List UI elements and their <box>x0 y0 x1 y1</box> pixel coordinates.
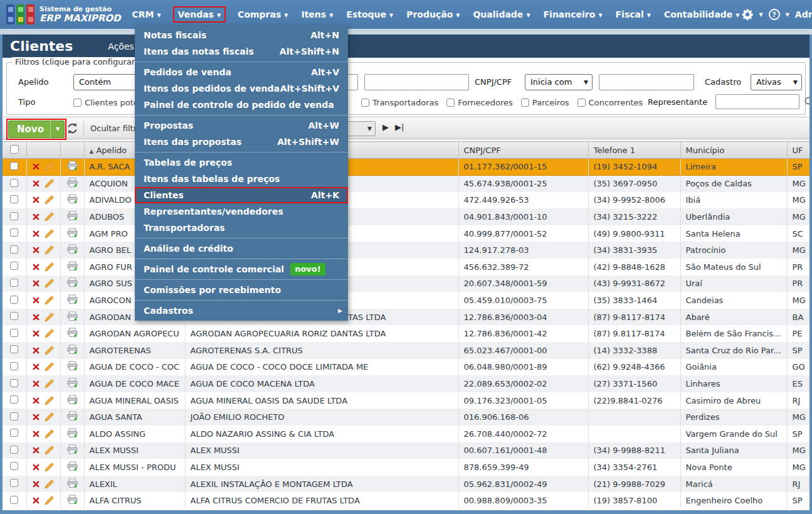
menu-item-itens-dos-pedidos-de-venda[interactable]: Alt+Shift+VItens dos pedidos de venda <box>135 80 348 97</box>
cadastro-select[interactable]: Ativas▼ <box>751 74 802 90</box>
print-icon[interactable] <box>67 328 78 338</box>
delete-icon[interactable] <box>33 297 40 304</box>
edit-pencil-icon[interactable] <box>45 479 54 489</box>
row-checkbox[interactable] <box>10 496 18 504</box>
menu-item-notas-fiscais[interactable]: Alt+NNotas fiscais <box>135 27 348 43</box>
row-checkbox[interactable] <box>10 362 18 370</box>
nav-item-0[interactable]: CRM▼ <box>130 6 162 23</box>
menu-item-painel-de-controle-comercial[interactable]: Painel de controle comercialnovo! <box>135 261 348 277</box>
table-row[interactable]: AGRODAN AGROPECUAGRODAN AGROPECUARIA ROR… <box>3 325 809 342</box>
edit-pencil-icon[interactable] <box>45 346 54 355</box>
print-icon[interactable] <box>67 294 78 304</box>
delete-icon[interactable] <box>33 196 40 203</box>
row-checkbox[interactable] <box>10 195 18 203</box>
row-checkbox[interactable] <box>10 162 18 170</box>
row-checkbox[interactable] <box>10 379 18 387</box>
edit-pencil-icon[interactable] <box>45 329 54 338</box>
table-row[interactable]: AGUA MINERAL OASISAGUA MINERAL OASIS DA … <box>3 392 809 409</box>
menu-item-comiss-es-por-recebimento[interactable]: Comissões por recebimento <box>135 282 348 298</box>
nav-item-1[interactable]: Vendas▼ <box>173 6 226 23</box>
row-checkbox[interactable] <box>10 228 18 237</box>
print-icon[interactable] <box>67 461 78 471</box>
print-icon[interactable] <box>67 345 78 355</box>
print-icon[interactable] <box>67 428 78 438</box>
print-icon[interactable] <box>67 395 78 405</box>
cnpj-input[interactable] <box>599 74 694 90</box>
representante-input[interactable] <box>715 94 799 109</box>
table-row[interactable]: A.R. SACA01.177.362/0001-15(19) 3452-109… <box>3 159 809 176</box>
checkbox-fornecedores[interactable]: Fornecedores <box>446 98 513 107</box>
gear-icon[interactable] <box>741 8 754 21</box>
gear-caret-icon[interactable]: ▼ <box>759 12 763 18</box>
edit-pencil-icon[interactable] <box>45 379 54 388</box>
row-checkbox[interactable] <box>10 412 18 420</box>
menu-item-propostas[interactable]: Alt+WPropostas <box>135 117 348 134</box>
table-row[interactable]: AGUA SANTAJOÃO EMILIO ROCHETO016.906.168… <box>3 409 809 426</box>
edit-pencil-icon[interactable] <box>45 496 54 505</box>
help-caret-icon[interactable]: ▼ <box>786 12 789 18</box>
delete-icon[interactable] <box>33 363 40 370</box>
delete-icon[interactable] <box>33 163 40 170</box>
razao-social-input[interactable] <box>364 74 469 90</box>
nav-item-6[interactable]: Qualidade▼ <box>472 6 531 23</box>
table-row[interactable]: ALEX MUSSIALEX MUSSI00.607.161/0001-48(3… <box>3 442 809 459</box>
print-icon[interactable] <box>67 228 78 238</box>
print-icon[interactable] <box>67 378 78 388</box>
edit-pencil-icon[interactable] <box>45 262 54 272</box>
checkbox-concorrentes[interactable]: Concorrentes <box>577 98 643 107</box>
delete-icon[interactable] <box>33 397 40 404</box>
checkbox-transportadoras[interactable]: Transportadoras <box>361 98 438 107</box>
nav-item-4[interactable]: Estoque▼ <box>345 6 394 23</box>
print-icon[interactable] <box>67 311 78 321</box>
edit-pencil-icon[interactable] <box>45 362 54 372</box>
print-icon[interactable] <box>67 261 78 271</box>
row-checkbox[interactable] <box>10 345 18 353</box>
chevron-down-icon[interactable]: ▼ <box>50 120 65 138</box>
last-page-icon[interactable]: ▶| <box>395 122 404 132</box>
table-row[interactable]: ADIVALDO472.449.926-53(34) 9-9952-8006Ib… <box>3 192 809 209</box>
cnpj-operator-select[interactable]: Inicia com▼ <box>525 74 593 90</box>
delete-icon[interactable] <box>33 264 40 270</box>
delete-icon[interactable] <box>33 464 40 471</box>
menu-item-transportadoras[interactable]: Transportadoras <box>135 220 348 236</box>
table-row[interactable]: ACQUION45.674.938/0001-25(35) 3697-0950P… <box>3 175 809 192</box>
edit-pencil-icon[interactable] <box>45 195 54 205</box>
table-row[interactable]: ALEX MUSSI - PRODUALEX MUSSI878.659.399-… <box>3 459 809 476</box>
table-row[interactable]: AGRO FUR456.632.389-72(42) 9-8848-1628Sã… <box>3 259 809 276</box>
row-checkbox[interactable] <box>10 329 18 337</box>
refresh-icon[interactable] <box>66 122 79 137</box>
cnpj-header[interactable]: CNPJ/CPF <box>458 142 588 159</box>
nav-item-9[interactable]: Contabilidade▼ <box>663 6 741 23</box>
row-checkbox[interactable] <box>10 262 18 270</box>
edit-pencil-icon[interactable] <box>45 296 54 305</box>
menu-item-itens-das-tabelas-de-pre-os[interactable]: Itens das tabelas de preços <box>135 171 348 187</box>
row-checkbox[interactable] <box>10 279 18 287</box>
delete-icon[interactable] <box>33 431 40 437</box>
print-icon[interactable] <box>67 361 78 371</box>
row-checkbox[interactable] <box>10 462 18 470</box>
row-checkbox[interactable] <box>10 212 18 220</box>
edit-pencil-icon[interactable] <box>45 313 54 322</box>
table-row[interactable]: AGRO BEL124.917.278-03(34) 3831-3935Patr… <box>3 242 809 259</box>
delete-icon[interactable] <box>33 230 40 237</box>
delete-icon[interactable] <box>33 447 40 454</box>
menu-item-painel-de-controle-do-pedido-de-venda[interactable]: Painel de controle do pedido de venda <box>135 97 348 113</box>
municipio-header[interactable]: Município <box>680 142 787 159</box>
nav-item-8[interactable]: Fiscal▼ <box>614 6 652 23</box>
print-icon[interactable] <box>67 211 78 221</box>
print-icon[interactable] <box>67 277 78 287</box>
menu-item-pedidos-de-venda[interactable]: Alt+VPedidos de venda <box>135 64 348 80</box>
delete-icon[interactable] <box>33 180 40 187</box>
table-row[interactable]: AGUA DE COCO - COCAGUA DE COCO - COCO DO… <box>3 359 809 376</box>
menu-item-clientes[interactable]: Alt+KClientes <box>135 187 348 203</box>
search-icon[interactable] <box>804 96 812 110</box>
row-checkbox[interactable] <box>10 429 18 437</box>
delete-icon[interactable] <box>33 347 40 354</box>
print-icon[interactable] <box>67 161 78 171</box>
edit-pencil-icon[interactable] <box>45 429 54 439</box>
new-button[interactable]: Novo ▼ <box>8 120 65 138</box>
table-row[interactable]: ALFA CITRUSALFA CITRUS COMERCIO DE FRUTA… <box>3 492 809 509</box>
filters-legend[interactable]: Filtros (clique para configurar) <box>12 57 141 67</box>
menu-item-itens-das-notas-fiscais[interactable]: Alt+Shift+NItens das notas fiscais <box>135 43 348 60</box>
nav-item-5[interactable]: Produção▼ <box>405 6 461 23</box>
